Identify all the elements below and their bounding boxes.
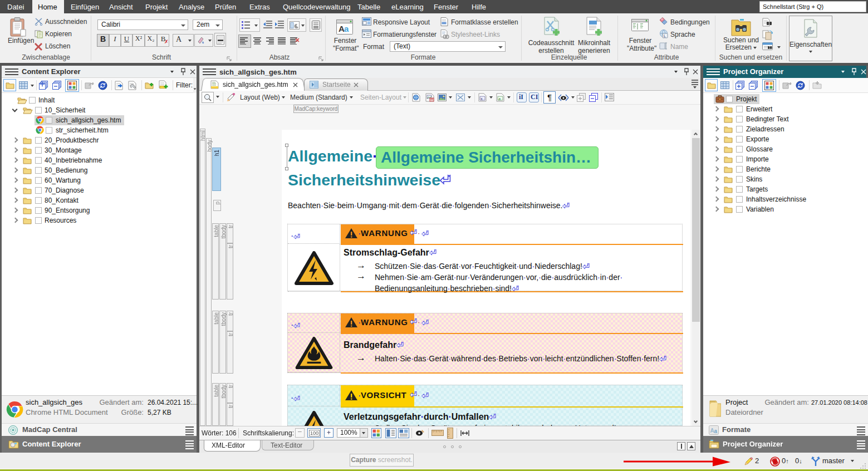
svg-text:a: a [714, 428, 718, 434]
svg-text:a: a [344, 24, 349, 33]
svg-text:L: L [664, 34, 666, 38]
